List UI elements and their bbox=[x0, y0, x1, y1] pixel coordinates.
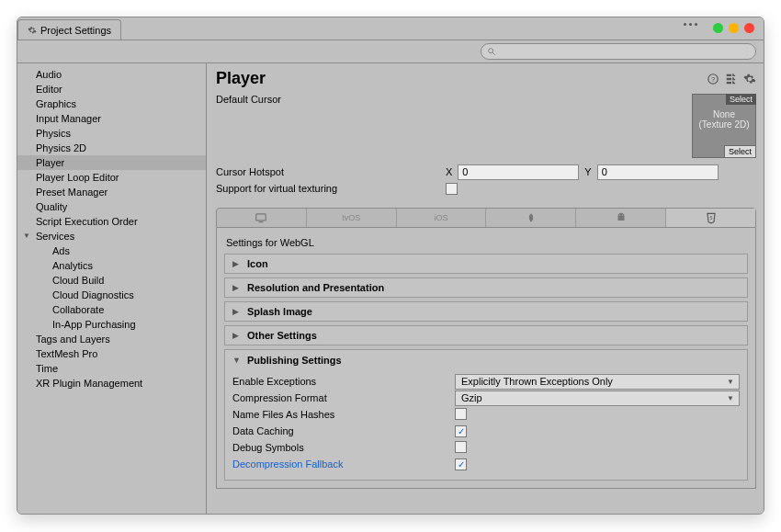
cursor-none-label: None bbox=[693, 109, 755, 119]
sidebar-item[interactable]: Audio bbox=[17, 67, 206, 82]
preset-icon[interactable] bbox=[725, 73, 738, 85]
sidebar-item[interactable]: Analytics bbox=[17, 258, 206, 273]
foldout-icon[interactable]: ▶Icon bbox=[224, 254, 748, 274]
svg-text:5: 5 bbox=[709, 215, 712, 221]
sidebar-item[interactable]: Editor bbox=[17, 82, 206, 96]
compression-format-label: Compression Format bbox=[232, 392, 455, 403]
window-menu-icon[interactable] bbox=[684, 23, 697, 26]
main-panel: Player ? Default Cursor Select None (Tex… bbox=[207, 63, 764, 514]
cursor-hotspot-label: Cursor Hotspot bbox=[216, 166, 446, 177]
platform-tab-android[interactable] bbox=[576, 209, 666, 227]
svg-rect-4 bbox=[256, 214, 266, 221]
debug-symbols-label: Debug Symbols bbox=[232, 442, 455, 453]
sidebar-item[interactable]: Input Manager bbox=[17, 111, 206, 126]
sidebar-item[interactable]: Player bbox=[17, 155, 206, 170]
page-title: Player bbox=[216, 69, 266, 88]
compression-format-dropdown[interactable]: Gzip▼ bbox=[455, 391, 740, 406]
foldout-resolution[interactable]: ▶Resolution and Presentation bbox=[224, 277, 748, 298]
sidebar-item[interactable]: Player Loop Editor bbox=[17, 170, 206, 185]
search-field[interactable] bbox=[481, 43, 756, 60]
sidebar[interactable]: AudioEditorGraphicsInput ManagerPhysicsP… bbox=[17, 63, 207, 514]
sidebar-item[interactable]: Time bbox=[17, 361, 206, 376]
sidebar-item[interactable]: Physics bbox=[17, 126, 206, 141]
close-button[interactable] bbox=[744, 23, 754, 33]
window-title: Project Settings bbox=[40, 25, 111, 36]
default-cursor-label: Default Cursor bbox=[216, 94, 446, 105]
sidebar-item[interactable]: In-App Purchasing bbox=[17, 317, 206, 332]
svg-text:?: ? bbox=[711, 74, 715, 83]
virtual-texturing-label: Support for virtual texturing bbox=[216, 183, 446, 194]
platform-tab-webgl[interactable]: 5 bbox=[666, 209, 755, 227]
svg-point-6 bbox=[618, 215, 619, 216]
name-files-checkbox[interactable] bbox=[455, 408, 467, 420]
svg-line-1 bbox=[492, 52, 495, 55]
help-icon[interactable]: ? bbox=[707, 73, 719, 85]
select-button-top[interactable]: Select bbox=[726, 94, 756, 105]
y-label: Y bbox=[584, 166, 591, 177]
publishing-settings-body: Enable Exceptions Explicitly Thrown Exce… bbox=[224, 369, 748, 481]
enable-exceptions-label: Enable Exceptions bbox=[232, 376, 455, 387]
platform-tabs: tvOS iOS 5 bbox=[216, 208, 756, 228]
hotspot-y-input[interactable] bbox=[597, 164, 719, 180]
sidebar-item[interactable]: Graphics bbox=[17, 96, 206, 111]
foldout-other[interactable]: ▶Other Settings bbox=[224, 325, 748, 345]
debug-symbols-checkbox[interactable] bbox=[455, 441, 467, 453]
sidebar-item[interactable]: Services bbox=[17, 229, 206, 243]
platform-tab-tvos[interactable]: tvOS bbox=[307, 209, 397, 227]
default-cursor-field[interactable]: Select None (Texture 2D) Select bbox=[692, 94, 756, 158]
foldout-splash[interactable]: ▶Splash Image bbox=[224, 301, 748, 322]
sidebar-item[interactable]: Script Execution Order bbox=[17, 214, 206, 229]
hotspot-x-input[interactable] bbox=[458, 164, 579, 180]
enable-exceptions-dropdown[interactable]: Explicitly Thrown Exceptions Only▼ bbox=[455, 374, 740, 390]
data-caching-checkbox[interactable]: ✓ bbox=[455, 425, 467, 437]
cursor-type-label: (Texture 2D) bbox=[693, 119, 755, 130]
name-files-label: Name Files As Hashes bbox=[232, 409, 455, 420]
svg-point-7 bbox=[622, 215, 623, 216]
foldout-publishing[interactable]: ▼Publishing Settings bbox=[224, 349, 748, 369]
sidebar-item[interactable]: Quality bbox=[17, 199, 206, 214]
platform-tab-lumin[interactable] bbox=[486, 209, 576, 227]
sidebar-item[interactable]: Cloud Build bbox=[17, 273, 206, 288]
search-icon bbox=[487, 47, 496, 56]
sidebar-item[interactable]: Physics 2D bbox=[17, 141, 206, 155]
svg-point-0 bbox=[489, 49, 493, 53]
window-controls bbox=[713, 23, 754, 33]
project-settings-window: Project Settings AudioEditorGraphicsInpu… bbox=[17, 17, 764, 515]
select-button-bottom[interactable]: Select bbox=[724, 145, 756, 158]
maximize-button[interactable] bbox=[729, 23, 739, 33]
settings-for-label: Settings for WebGL bbox=[224, 233, 748, 254]
sidebar-item[interactable]: Collaborate bbox=[17, 302, 206, 317]
sidebar-item[interactable]: Tags and Layers bbox=[17, 332, 206, 346]
platform-tab-ios[interactable]: iOS bbox=[397, 209, 487, 227]
decompression-fallback-checkbox[interactable]: ✓ bbox=[455, 458, 467, 470]
window-tab[interactable]: Project Settings bbox=[17, 19, 121, 40]
platform-tab-standalone[interactable] bbox=[217, 209, 307, 227]
sidebar-item[interactable]: Preset Manager bbox=[17, 185, 206, 199]
sidebar-item[interactable]: Ads bbox=[17, 243, 206, 258]
toolbar bbox=[17, 40, 764, 63]
settings-gear-icon[interactable] bbox=[743, 73, 756, 85]
sidebar-item[interactable]: Cloud Diagnostics bbox=[17, 288, 206, 302]
sidebar-item[interactable]: XR Plugin Management bbox=[17, 376, 206, 391]
sidebar-item[interactable]: TextMesh Pro bbox=[17, 346, 206, 361]
minimize-button[interactable] bbox=[713, 23, 723, 33]
data-caching-label: Data Caching bbox=[232, 425, 455, 436]
decompression-fallback-label: Decompression Fallback bbox=[232, 458, 455, 470]
x-label: X bbox=[446, 166, 452, 177]
virtual-texturing-checkbox[interactable] bbox=[446, 183, 458, 195]
search-input[interactable] bbox=[500, 47, 750, 57]
gear-icon bbox=[28, 26, 37, 35]
titlebar: Project Settings bbox=[17, 17, 764, 40]
